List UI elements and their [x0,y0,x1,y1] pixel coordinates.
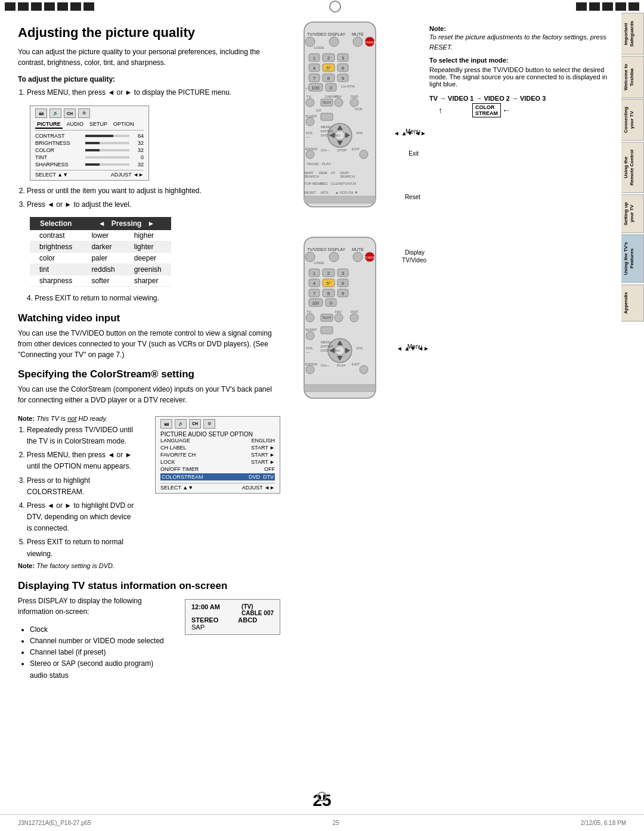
opt-tab-picture: PICTURE [160,431,187,438]
bar-square [576,2,587,11]
sel-lower-color: paler [82,252,124,263]
tab-appendix[interactable]: Appendix [621,284,644,321]
svg-text:TV/VIDEO: TV/VIDEO [307,247,327,252]
signal-video3: VIDEO 3 [520,95,546,102]
svg-point-35 [306,98,314,107]
svg-text:SLEEP: SLEEP [305,328,317,331]
cs-step-2: Press MENU, then press ◄ or ► until the … [27,449,134,472]
tv-status-col: 12:00 AM (TV)CABLE 007 STEREO ABCD SAP [173,596,280,638]
remote-bottom-section: TV/VIDEO DISPLAY MUTE CODE POWER 1 2 [298,234,614,403]
bar-square [5,2,16,11]
svg-text:9: 9 [342,76,345,81]
color-stream-row: ↑ COLORSTREAM ← [429,103,614,117]
bar-square [602,2,613,11]
opt-tab-option: OPTION [230,431,253,438]
bar-square [31,2,42,11]
opt-tab-setup: SETUP [209,431,228,438]
right-navigation-tabs: ImportantSafeguards Welcome toToshiba Co… [621,13,644,321]
svg-text:ENTER: ENTER [321,345,333,348]
cs-step-4: Press ◄ or ► to highlight DVD or DTV, de… [27,500,134,535]
colorstream-section: Note: This TV is not HD ready. Repeatedl… [18,413,280,572]
svg-text:POWER: POWER [363,41,377,44]
svg-text:100: 100 [312,301,319,305]
arrow-right: ► [147,219,154,228]
displaying-text-col: Press DISPLAY to display the following i… [18,596,164,681]
svg-text:CH—: CH— [321,364,330,367]
ch-label-val: START ► [251,445,275,451]
svg-text:TV: TV [306,95,311,98]
displaying-section: Press DISPLAY to display the following i… [18,596,280,681]
svg-text:VOL: VOL [306,346,314,350]
svg-text:5°: 5° [326,281,331,286]
tv-status-display: 12:00 AM (TV)CABLE 007 STEREO ABCD SAP [185,599,280,635]
signal-tv: TV [429,95,438,102]
watching-title: Watching video input [18,312,280,324]
reset-label: Reset [405,194,420,200]
tab-connecting-tv[interactable]: Connectingyour TV [621,99,644,141]
svg-point-120 [335,314,343,322]
svg-text:TEXT: TEXT [322,316,332,320]
note-bold-1: Note: [429,25,446,32]
pressing-label: Pressing [112,219,142,228]
menu-icons-row: 📷 🔊 CH ⚙ [35,108,144,118]
bullet-stereo: Stereo or SAP (second audio program) aud… [30,658,164,681]
tab-remote-control[interactable]: Using theRemote Control [621,142,644,193]
tv-status-stereo: STEREO [191,616,218,624]
option-menu-col: 📷 🔊 CH ⚙ PICTURE AUDIO SETUP OPTION LANG… [143,413,280,497]
lock-val: START ► [251,459,275,465]
contrast-value: 64 [132,133,144,139]
tv-status-row1: 12:00 AM (TV)CABLE 007 [191,603,274,616]
sharpness-label: SHARPNESS [35,162,83,168]
circle-decoration [317,792,327,801]
svg-text:MTS: MTS [321,191,329,194]
option-menu-icons: 📷 🔊 CH ⚙ [160,419,275,429]
remote-top-section: TV/VIDEO DISPLAY MUTE CODE POWER 1 [298,19,614,212]
step-3: Press ◄ or ► to adjust the level. [27,199,280,210]
svg-text:CODE: CODE [314,261,324,265]
svg-point-140 [306,365,314,374]
svg-point-142 [360,365,368,374]
col-selection: Selection [30,217,82,230]
picture-menu-mockup: 📷 🔊 CH ⚙ PICTURE AUDIO SETUP OPTION CONT… [30,106,149,181]
bar-square [628,2,639,11]
note-label-1: Note: [429,25,614,32]
opt-option-icon: ⚙ [203,419,215,429]
footer-middle: 25 [333,820,339,826]
contrast-row: CONTRAST 64 [35,133,144,139]
signal-video2: VIDEO 2 [484,95,509,102]
svg-point-40 [335,98,343,107]
bar-square [589,2,600,11]
bar-square [57,2,68,11]
center-circle-top [329,1,341,13]
svg-text:8: 8 [327,76,330,81]
opt-tab-audio: AUDIO [188,431,207,438]
svg-text:TEXT: TEXT [322,101,332,104]
sel-lower-tint: reddish [82,263,124,275]
arrow-v1-v2: → [475,95,482,102]
svg-point-62 [306,150,314,159]
sel-contrast: contrast [30,230,82,241]
sel-higher-brightness: lighter [125,241,171,252]
color-fill [85,149,100,151]
option-menu-bottom: SELECT ▲▼ ADJUST ◄► [160,483,275,491]
svg-text:100: 100 [311,85,320,91]
on-off-timer-row: ON/OFF TIMER OFF [160,466,275,472]
sel-higher-tint: greenish [125,263,171,275]
remote-notes: Note: To reset the picture adjustments t… [429,25,614,117]
tab-setting-up[interactable]: Setting upyour TV [621,194,644,233]
ch-label-lbl: CH LABEL [160,445,187,451]
tab-tv-features[interactable]: Using the TV'sFeatures [621,234,644,283]
tab-welcome-toshiba[interactable]: Welcome toToshiba [621,56,644,98]
svg-text:CLEAR: CLEAR [331,182,343,185]
sharpness-value: 32 [132,162,144,168]
svg-text:RESET: RESET [304,191,316,194]
steps-2-3: Press or until the item you want to adju… [18,185,280,210]
svg-point-122 [350,314,358,322]
tab-important-safeguards[interactable]: ImportantSafeguards [621,13,644,55]
menu-bottom: SELECT ▲▼ ADJUST ◄► [35,170,144,178]
contrast-fill [85,135,113,137]
svg-text:7: 7 [313,291,316,296]
colorstream-note: Note: This TV is not HD ready. [18,415,134,422]
sel-higher-sharpness: sharper [125,275,171,286]
bar-square [18,2,29,11]
